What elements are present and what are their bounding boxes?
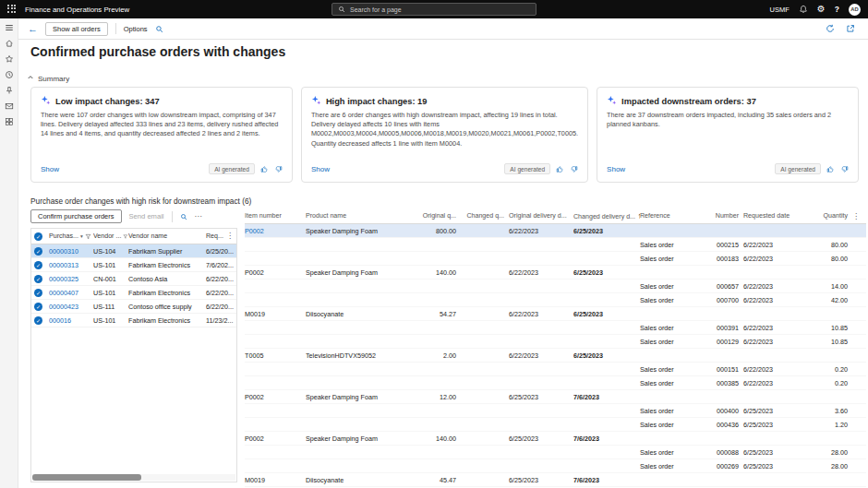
detail-row[interactable]: Sales order0001516/22/20230.20 <box>245 363 866 376</box>
show-link[interactable]: Show <box>311 165 330 173</box>
po-row[interactable]: ✓00000423US-111Contoso office supply6/22… <box>31 300 236 314</box>
home-icon[interactable] <box>5 39 14 48</box>
po-number-link[interactable]: 00000310 <box>49 247 93 256</box>
col-purchase-order[interactable]: Purchas...▾ <box>49 232 93 240</box>
col-product-name[interactable]: Product name <box>306 212 409 220</box>
detail-row[interactable]: Sales order0000886/25/202328.00 <box>245 446 866 459</box>
clock-icon[interactable] <box>5 70 14 79</box>
quantity: 28.00 <box>806 448 852 457</box>
detail-row[interactable]: Sales order0004366/25/20231.20 <box>245 418 866 432</box>
horizontal-scrollbar[interactable] <box>32 474 235 481</box>
show-link[interactable]: Show <box>607 165 625 173</box>
summary-section-toggle[interactable]: Summary <box>27 74 69 83</box>
star-icon[interactable] <box>5 54 14 64</box>
grid-options-icon[interactable]: ⋮ <box>852 212 865 220</box>
detail-row[interactable]: P0002Speaker Damping Foam140.006/25/2023… <box>245 432 866 446</box>
detail-row[interactable]: P0002Speaker Damping Foam800.006/22/2023… <box>245 224 866 238</box>
thumbs-up-icon[interactable] <box>826 165 835 173</box>
scrollbar-thumb[interactable] <box>32 474 141 481</box>
col-vendor-account[interactable]: Vendor ... <box>93 232 128 240</box>
detail-row[interactable]: M0019Diisocyanate45.476/25/20237/6/2023 <box>245 473 866 487</box>
item-number: P0002 <box>245 393 306 401</box>
row-check-icon[interactable]: ✓ <box>34 247 42 256</box>
po-row[interactable]: ✓00000313US-101Fabrikam Electronics7/6/2… <box>31 258 236 272</box>
send-email-button[interactable]: Send email <box>129 212 164 220</box>
po-row[interactable]: ✓00000310US-104Fabrikam Supplier6/25/20.… <box>31 244 236 258</box>
toolbar-search-icon[interactable] <box>155 25 163 33</box>
po-row[interactable]: ✓00000407US-101Fabrikam Electronics6/22/… <box>31 286 236 300</box>
global-search-input[interactable]: Search for a page <box>332 3 536 16</box>
po-number-link[interactable]: 00000313 <box>49 261 93 269</box>
po-number-link[interactable]: 000016 <box>49 316 93 325</box>
col-requested-date[interactable]: Requested date <box>743 212 806 220</box>
po-row[interactable]: ✓000016US-101Fabrikam Electronics11/23/2… <box>31 314 236 327</box>
po-number-link[interactable]: 00000407 <box>49 289 93 297</box>
detail-row[interactable]: Sales order0004006/25/20233.60 <box>245 404 866 418</box>
row-check-icon[interactable]: ✓ <box>34 275 42 283</box>
detail-row[interactable]: Sales order0001296/22/202310.85 <box>245 335 866 349</box>
vendor-name: Fabrikam Electronics <box>128 316 206 325</box>
help-icon[interactable]: ? <box>835 5 839 14</box>
detail-row[interactable]: P0002Speaker Damping Foam12.006/25/20237… <box>245 390 866 404</box>
more-commands-icon[interactable]: ⋯ <box>195 212 202 220</box>
refresh-icon[interactable] <box>826 24 835 33</box>
detail-row[interactable]: Sales order0006576/22/202314.00 <box>245 280 866 293</box>
grid-options-icon[interactable]: ⋮ <box>226 232 234 240</box>
modules-icon[interactable] <box>5 117 14 126</box>
col-number[interactable]: Number <box>697 212 743 220</box>
app-launcher-icon[interactable] <box>7 5 18 15</box>
avatar[interactable]: AD <box>849 4 861 16</box>
company-selector[interactable]: USMF <box>770 6 790 14</box>
select-all-check-icon[interactable]: ✓ <box>34 232 42 241</box>
detail-row[interactable]: T0005TelevisionHDTVX590522.006/22/20236/… <box>245 349 866 363</box>
back-arrow-icon[interactable]: ← <box>28 24 38 34</box>
vendor-name: Fabrikam Electronics <box>128 289 206 297</box>
options-tab[interactable]: Options <box>124 25 148 33</box>
hamburger-icon[interactable] <box>5 23 14 32</box>
row-check-icon[interactable]: ✓ <box>34 303 42 311</box>
po-number-link[interactable]: 00000325 <box>49 275 93 283</box>
detail-row[interactable]: Sales order0007006/22/202342.00 <box>245 293 866 307</box>
item-number[interactable]: P0002 <box>245 227 306 235</box>
detail-row[interactable]: Sales order0003856/22/20230.20 <box>245 376 866 390</box>
thumbs-up-icon[interactable] <box>260 165 269 173</box>
quantity: 80.00 <box>806 241 852 249</box>
number: 000657 <box>697 282 743 291</box>
requested-date: 6/22/2023 <box>743 379 806 387</box>
col-changed-qty[interactable]: Changed q... <box>461 212 509 220</box>
open-in-new-icon[interactable] <box>846 24 855 33</box>
po-number-link[interactable]: 00000423 <box>49 303 93 311</box>
detail-row[interactable]: Sales order0001836/22/202380.00 <box>245 252 866 266</box>
col-original-delivery[interactable]: Original delivery d... <box>509 212 573 220</box>
thumbs-down-icon[interactable] <box>570 165 578 173</box>
detail-row[interactable]: M0019Diisocyanate54.276/22/20236/25/2023 <box>245 307 866 321</box>
detail-row[interactable]: Sales order0003916/22/202310.85 <box>245 321 866 335</box>
bell-icon[interactable] <box>799 5 808 14</box>
detail-row[interactable]: Sales order0002696/25/202328.00 <box>245 459 866 473</box>
row-check-icon[interactable]: ✓ <box>34 289 42 297</box>
mail-icon[interactable] <box>5 101 14 111</box>
po-row[interactable]: ✓00000325CN-001Contoso Asia6/22/20... <box>31 272 236 286</box>
ai-generated-badge: AI generated <box>775 163 821 174</box>
pin-icon[interactable] <box>5 86 14 95</box>
col-quantity[interactable]: Quantity <box>806 212 852 220</box>
col-reference[interactable]: Reference <box>640 212 697 220</box>
show-link[interactable]: Show <box>41 165 59 173</box>
detail-row[interactable]: Sales order0002156/22/202380.00 <box>245 238 866 252</box>
col-item-number[interactable]: Item number <box>245 212 306 220</box>
col-original-qty[interactable]: Original q... <box>409 212 461 220</box>
thumbs-down-icon[interactable] <box>274 165 283 173</box>
col-vendor-name[interactable]: Vendor name <box>128 232 206 240</box>
show-all-orders-button[interactable]: Show all orders <box>45 22 108 36</box>
detail-row[interactable]: P0002Speaker Damping Foam140.006/22/2023… <box>245 266 866 280</box>
thumbs-down-icon[interactable] <box>840 165 849 173</box>
thumbs-up-icon[interactable] <box>556 165 564 173</box>
row-check-icon[interactable]: ✓ <box>34 316 42 325</box>
col-changed-delivery[interactable]: Changed delivery d... ↑ <box>573 212 640 220</box>
confirm-purchase-orders-button[interactable]: Confirm purchase orders <box>30 209 122 223</box>
gear-icon[interactable]: ⚙ <box>817 5 826 14</box>
item-number: P0002 <box>245 434 306 443</box>
row-check-icon[interactable]: ✓ <box>34 261 42 269</box>
list-search-icon[interactable] <box>180 213 187 220</box>
quantity: 14.00 <box>806 282 852 291</box>
